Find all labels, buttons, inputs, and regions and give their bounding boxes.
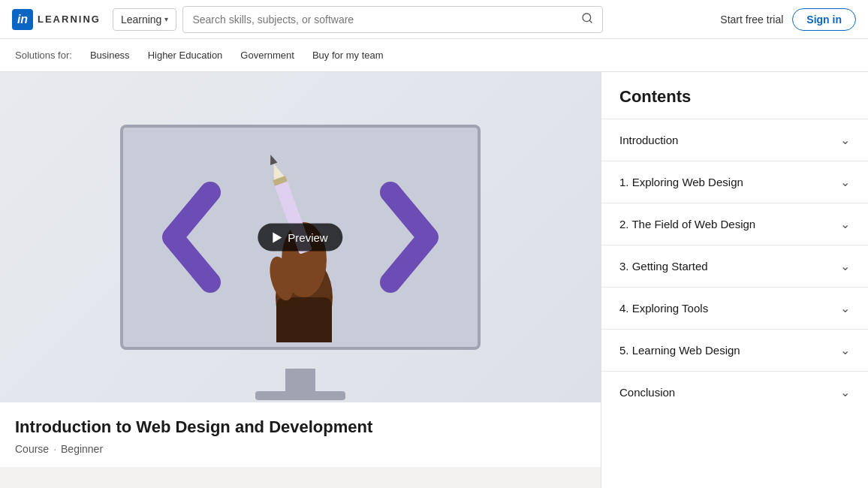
search-bar [182, 6, 603, 33]
chevron-down-icon: ▾ [164, 15, 168, 23]
contents-item-getting-started[interactable]: 3. Getting Started ⌄ [601, 245, 868, 287]
chevron-down-icon: ⌄ [840, 217, 850, 231]
chevron-down-icon: ⌄ [840, 385, 850, 399]
contents-item-exploring-web-design[interactable]: 1. Exploring Web Design ⌄ [601, 161, 868, 203]
header-actions: Start free trial Sign in [720, 8, 856, 31]
svg-rect-4 [276, 297, 332, 342]
video-background: Preview [0, 72, 601, 402]
linkedin-logo[interactable]: in LEARNING [12, 9, 101, 30]
contents-title: Contents [601, 87, 868, 119]
monitor-stand [285, 369, 315, 391]
learning-dropdown[interactable]: Learning ▾ [113, 8, 177, 31]
sub-header-government[interactable]: Government [240, 50, 294, 61]
contents-item-learning-web-design[interactable]: 5. Learning Web Design ⌄ [601, 329, 868, 371]
svg-line-1 [589, 20, 592, 23]
sub-header-buy-for-team[interactable]: Buy for my team [312, 50, 384, 61]
meta-separator: · [53, 443, 56, 455]
right-panel: Contents Introduction ⌄ 1. Exploring Web… [601, 72, 868, 488]
search-input[interactable] [192, 14, 581, 26]
sub-header: Solutions for: Business Higher Education… [0, 39, 868, 72]
main-header: in LEARNING Learning ▾ Start free trial … [0, 0, 868, 39]
chevron-down-icon: ⌄ [840, 133, 850, 147]
contents-item-conclusion[interactable]: Conclusion ⌄ [601, 371, 868, 413]
contents-item-exploring-tools[interactable]: 4. Exploring Tools ⌄ [601, 287, 868, 329]
course-title: Introduction to Web Design and Developme… [15, 417, 586, 437]
video-container: Preview [0, 72, 601, 402]
chevron-down-icon: ⌄ [840, 343, 850, 357]
sign-in-button[interactable]: Sign in [792, 8, 856, 31]
start-free-trial-link[interactable]: Start free trial [720, 14, 783, 26]
monitor-base [255, 391, 345, 400]
chevron-down-icon: ⌄ [840, 301, 850, 315]
search-icon [581, 12, 593, 24]
solutions-label: Solutions for: [15, 50, 72, 61]
course-info: Introduction to Web Design and Developme… [0, 402, 601, 467]
chevron-down-icon: ⌄ [840, 259, 850, 273]
learning-wordmark: LEARNING [38, 14, 101, 25]
contents-item-introduction[interactable]: Introduction ⌄ [601, 119, 868, 161]
left-panel: Preview Introduction to Web Design and D… [0, 72, 601, 488]
linkedin-icon: in [12, 9, 33, 30]
course-meta: Course · Beginner [15, 443, 586, 455]
main-content: Preview Introduction to Web Design and D… [0, 72, 868, 488]
sub-header-higher-education[interactable]: Higher Education [148, 50, 223, 61]
search-icon-button[interactable] [581, 12, 593, 27]
chevron-down-icon: ⌄ [840, 175, 850, 189]
play-icon [273, 232, 282, 242]
contents-item-field-of-web-design[interactable]: 2. The Field of Web Design ⌄ [601, 203, 868, 245]
course-level: Beginner [61, 443, 103, 455]
preview-button[interactable]: Preview [258, 224, 342, 252]
course-type: Course [15, 443, 49, 455]
sub-header-business[interactable]: Business [90, 50, 130, 61]
